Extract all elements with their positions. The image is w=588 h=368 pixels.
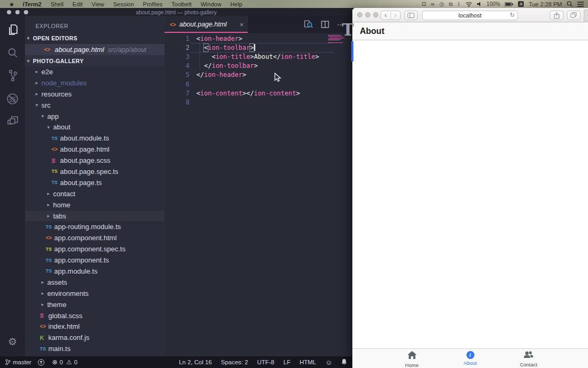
debug-icon[interactable]	[5, 91, 20, 106]
errors-indicator[interactable]: ⊗ 0	[52, 358, 63, 366]
menu-edit[interactable]: Edit	[73, 1, 83, 7]
explorer-icon[interactable]	[5, 23, 20, 38]
goggles-icon[interactable]: ∞	[431, 1, 435, 7]
open-editors-section-header[interactable]: ▾ OPEN EDITORS	[25, 32, 165, 44]
tab-about[interactable]: iAbout	[441, 349, 499, 368]
status-utf-8[interactable]: UTF-8	[257, 359, 274, 365]
feedback-smiley-icon[interactable]: ☺	[325, 358, 332, 366]
spotlight-icon[interactable]	[567, 1, 573, 7]
settings-gear-icon[interactable]: ⚙	[8, 337, 17, 347]
volume-icon[interactable]	[477, 2, 482, 6]
folder-resources[interactable]: ▸resources	[25, 89, 165, 100]
file-about.page.spec.ts[interactable]: TSabout.page.spec.ts	[25, 166, 165, 177]
status-ln-2-col-16[interactable]: Ln 2, Col 16	[179, 359, 212, 365]
folder-theme[interactable]: ▸theme	[25, 299, 165, 310]
code-line-2[interactable]: 2 <ion-toolbar>	[165, 43, 352, 52]
menu-toolbelt[interactable]: Toolbelt	[171, 1, 192, 7]
status-html[interactable]: HTML	[299, 359, 316, 365]
menubar-clock[interactable]: Tue 2:28 PM	[529, 1, 562, 7]
file-index.html[interactable]: <>index.html	[25, 321, 165, 332]
time-machine-icon[interactable]: ◷	[439, 1, 444, 7]
code-line-3[interactable]: 3 <ion-title>About</ion-title>	[165, 52, 352, 61]
file-main.ts[interactable]: TSmain.ts	[25, 343, 165, 354]
reload-icon[interactable]: ↻	[510, 12, 515, 19]
tab-home[interactable]: Home	[383, 349, 441, 368]
folder-e2e[interactable]: ▸e2e	[25, 66, 165, 77]
tab-overview-button[interactable]	[567, 11, 581, 20]
code-line-4[interactable]: 4 </ion-toolbar>	[165, 62, 352, 71]
code-line-7[interactable]: 7<ion-content></ion-content>	[165, 89, 352, 98]
file-app-routing.module.ts[interactable]: TSapp-routing.module.ts	[25, 221, 165, 232]
search-icon[interactable]	[5, 46, 20, 60]
menu-profiles[interactable]: Profiles	[143, 1, 162, 7]
code-text: </ion-header>	[196, 71, 246, 78]
folder-contact[interactable]: ▸contact	[25, 188, 165, 199]
file-global.scss[interactable]: Sglobal.scss	[25, 310, 165, 321]
folder-src[interactable]: ▾src	[25, 100, 165, 111]
status-lf[interactable]: LF	[283, 359, 290, 365]
back-button[interactable]: ‹	[381, 12, 391, 19]
file-app.component.spec.ts[interactable]: TSapp.component.spec.ts	[25, 243, 165, 255]
menu-iterm2[interactable]: iTerm2	[23, 1, 41, 7]
tab-about-page-html[interactable]: <> about.page.html ×	[165, 16, 248, 33]
tab-close-icon[interactable]: ×	[239, 21, 244, 29]
folder-node_modules[interactable]: ▸node_modules	[25, 77, 165, 89]
notification-center-icon[interactable]	[577, 2, 584, 7]
screen-record-icon[interactable]: ⊡	[421, 1, 426, 7]
folder-tabs[interactable]: ▸tabs	[25, 211, 165, 222]
file-about.module.ts[interactable]: TSabout.module.ts	[25, 133, 165, 144]
new-tab-button[interactable]: +	[584, 10, 588, 21]
battery-icon[interactable]	[505, 2, 513, 6]
publish-changes-button[interactable]	[38, 359, 45, 366]
code-line-5[interactable]: 5</ion-header>	[165, 71, 352, 80]
folder-app[interactable]: ▾app	[25, 111, 165, 122]
file-app.component.ts[interactable]: TSapp.component.ts	[25, 255, 165, 266]
folder-assets[interactable]: ▸assets	[25, 277, 165, 288]
code-line-1[interactable]: 1<ion-header>	[165, 34, 352, 43]
source-control-icon[interactable]	[5, 68, 20, 83]
open-editor-item[interactable]: <> about.page.html src/app/about	[25, 44, 165, 55]
forward-button[interactable]: ›	[391, 12, 401, 19]
address-bar[interactable]: localhost ↻	[422, 11, 518, 20]
minimize-window-button[interactable]	[365, 12, 370, 17]
folder-environments[interactable]: ▸environments	[25, 288, 165, 299]
share-button[interactable]	[550, 11, 564, 20]
code-line-6[interactable]: 6	[165, 80, 352, 89]
code-area[interactable]: 1<ion-header>2 <ion-toolbar>3 <ion-title…	[165, 33, 352, 107]
close-window-button[interactable]	[357, 12, 362, 17]
warning-icon: ⚠	[66, 358, 72, 366]
extensions-icon[interactable]	[5, 114, 20, 129]
display-icon[interactable]: ⧉	[449, 1, 453, 7]
notifications-bell-icon[interactable]	[341, 358, 347, 366]
menu-view[interactable]: View	[92, 1, 105, 7]
input-source-icon[interactable]: A	[518, 1, 524, 7]
file-app.module.ts[interactable]: TSapp.module.ts	[25, 266, 165, 277]
warnings-indicator[interactable]: ⚠ 0	[66, 358, 77, 366]
file-about.page.html[interactable]: <>about.page.html	[25, 144, 165, 155]
split-editor-icon[interactable]	[321, 21, 329, 28]
wifi-icon[interactable]	[465, 2, 472, 7]
chevron-right-icon: ▸	[47, 191, 53, 196]
git-branch-indicator[interactable]: master	[5, 359, 31, 365]
project-section-header[interactable]: ▾ PHOTO-GALLERY	[25, 55, 165, 66]
menu-help[interactable]: Help	[230, 1, 243, 7]
menu-window[interactable]: Window	[201, 1, 221, 7]
menu-session[interactable]: Session	[113, 1, 134, 7]
file-app.component.html[interactable]: <>app.component.html	[25, 232, 165, 243]
file-karma.conf.js[interactable]: Kkarma.conf.js	[25, 332, 165, 343]
find-in-file-icon[interactable]	[304, 20, 313, 29]
menu-shell[interactable]: Shell	[50, 1, 63, 7]
bluetooth-icon[interactable]: ᛒ	[457, 1, 461, 7]
file-about.page.scss[interactable]: Sabout.page.scss	[25, 155, 165, 166]
zoom-window-button[interactable]	[373, 12, 378, 17]
apple-menu-icon[interactable]: ◉	[10, 2, 14, 7]
open-editor-filepath: src/app/about	[108, 46, 146, 54]
folder-home[interactable]: ▸home	[25, 199, 165, 211]
code-line-8[interactable]: 8	[165, 98, 352, 107]
folder-about[interactable]: ▾about	[25, 121, 165, 133]
status-spaces-2[interactable]: Spaces: 2	[221, 359, 248, 365]
vscode-titlebar[interactable]: about.page.html — photo-gallery	[0, 8, 352, 16]
file-about.page.ts[interactable]: TSabout.page.ts	[25, 177, 165, 188]
tab-contact[interactable]: Contact	[499, 349, 558, 368]
sidebar-toggle-button[interactable]	[404, 11, 418, 20]
